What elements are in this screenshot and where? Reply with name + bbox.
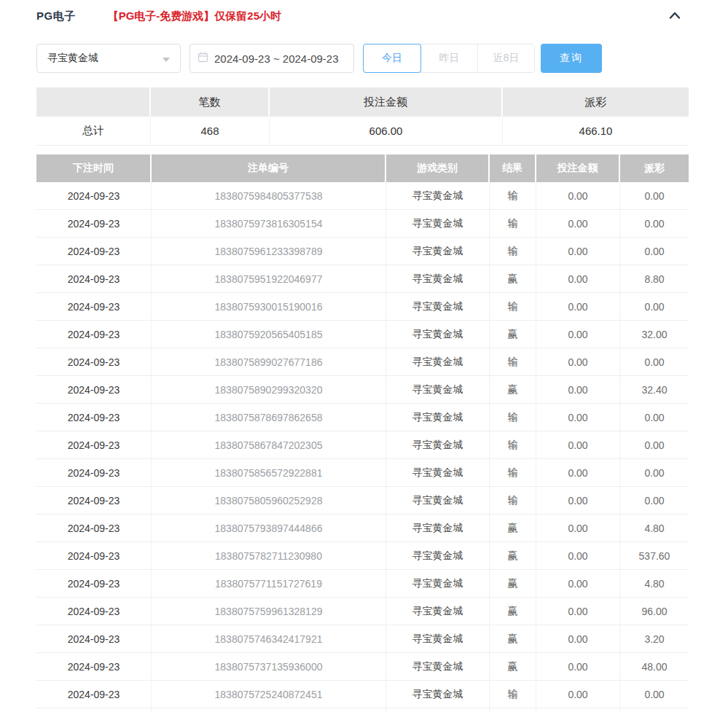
quick-filter-today[interactable]: 今日 — [363, 44, 421, 73]
cell-bet-id: 1838075867847202305 — [152, 431, 386, 459]
cell-bet-time: 2024-09-23 — [36, 182, 152, 210]
cell-payout: 32.40 — [620, 376, 689, 404]
cell-bet-id: 1838075793897444866 — [152, 515, 386, 542]
cell-game-type: 寻宝黄金城 — [386, 570, 490, 598]
cell-bet-amount: 0.00 — [536, 653, 620, 681]
cell-bet-id: 1838075737135936000 — [152, 653, 386, 681]
cell-bet-id: 1838075951922046977 — [152, 265, 386, 293]
cell-payout: 0.00 — [620, 182, 689, 210]
cell-result: 输 — [490, 238, 536, 265]
cell-bet-id: 1838075984805377538 — [152, 182, 386, 210]
cell-result: 赢 — [490, 708, 536, 712]
cell-bet-id: 1838075899027677186 — [152, 348, 386, 376]
col-header-payout: 派彩 — [620, 154, 689, 182]
col-header-bet-amount: 投注金额 — [536, 154, 620, 182]
cell-payout: 3.20 — [620, 625, 689, 653]
table-row: 2024-09-23 1838075867847202305 寻宝黄金城 输 0… — [36, 431, 689, 459]
cell-game-type: 寻宝黄金城 — [386, 542, 490, 570]
game-select[interactable]: 寻宝黄金城 — [36, 44, 181, 73]
cell-payout: 1.60 — [620, 708, 689, 712]
cell-bet-id: 1838075878697862658 — [152, 404, 386, 431]
cell-payout: 0.00 — [620, 404, 689, 431]
cell-bet-amount: 0.00 — [536, 625, 620, 653]
cell-payout: 537.60 — [620, 542, 689, 570]
col-header-game-type: 游戏类别 — [386, 154, 490, 182]
cell-bet-time: 2024-09-23 — [36, 653, 152, 681]
table-row: 2024-09-23 1838075725240872451 寻宝黄金城 输 0… — [36, 681, 689, 708]
cell-bet-amount: 0.00 — [536, 321, 620, 348]
cell-bet-amount: 0.00 — [536, 210, 620, 238]
cell-bet-amount: 0.00 — [536, 293, 620, 321]
cell-result: 赢 — [490, 542, 536, 570]
cell-bet-time: 2024-09-23 — [36, 708, 152, 712]
cell-bet-time: 2024-09-23 — [36, 238, 152, 265]
cell-result: 输 — [490, 459, 536, 487]
collapse-panel-button[interactable] — [665, 7, 684, 25]
cell-bet-amount: 0.00 — [536, 238, 620, 265]
cell-bet-amount: 0.00 — [536, 348, 620, 376]
cell-game-type: 寻宝黄金城 — [386, 238, 490, 265]
cell-bet-id: 1838075856572922881 — [152, 459, 386, 487]
summary-header-bet-amount: 投注金额 — [270, 87, 503, 117]
cell-payout: 0.00 — [620, 238, 689, 265]
cell-payout: 48.00 — [620, 653, 689, 681]
cell-bet-time: 2024-09-23 — [36, 598, 152, 625]
cell-result: 输 — [490, 404, 536, 431]
cell-bet-id: 1838075782711230980 — [152, 542, 386, 570]
cell-bet-time: 2024-09-23 — [36, 265, 152, 293]
cell-bet-id: 1838075759961328129 — [152, 598, 386, 625]
cell-bet-time: 2024-09-23 — [36, 348, 152, 376]
cell-game-type: 寻宝黄金城 — [386, 182, 490, 210]
cell-bet-time: 2024-09-23 — [36, 515, 152, 542]
cell-payout: 0.00 — [620, 459, 689, 487]
cell-bet-time: 2024-09-23 — [36, 404, 152, 431]
table-row: 2024-09-23 1838075899027677186 寻宝黄金城 输 0… — [36, 348, 689, 376]
cell-bet-amount: 0.00 — [536, 182, 620, 210]
summary-total-label: 总计 — [36, 117, 151, 146]
cell-game-type: 寻宝黄金城 — [386, 487, 490, 515]
cell-bet-time: 2024-09-23 — [36, 376, 152, 404]
cell-bet-time: 2024-09-23 — [36, 542, 152, 570]
cell-payout: 4.80 — [620, 570, 689, 598]
quick-filter-last8days[interactable]: 近8日 — [477, 44, 534, 72]
cell-bet-id: 1838075961233398789 — [152, 238, 386, 265]
summary-total-payout: 466.10 — [503, 117, 689, 146]
cell-bet-time: 2024-09-23 — [36, 293, 152, 321]
cell-result: 输 — [490, 431, 536, 459]
cell-payout: 0.00 — [620, 293, 689, 321]
cell-result: 输 — [490, 348, 536, 376]
table-row: 2024-09-23 1838075930015190016 寻宝黄金城 输 0… — [36, 293, 689, 321]
table-row: 2024-09-23 1838075746342417921 寻宝黄金城 赢 0… — [36, 625, 689, 653]
cell-bet-amount: 0.00 — [536, 681, 620, 708]
table-row: 2024-09-23 1838075890299320320 寻宝黄金城 赢 0… — [36, 376, 689, 404]
cell-result: 赢 — [490, 653, 536, 681]
quick-filter-yesterday[interactable]: 昨日 — [420, 44, 477, 72]
cell-bet-id: 1838075890299320320 — [152, 376, 386, 404]
table-row: 2024-09-23 1838075759961328129 寻宝黄金城 赢 0… — [36, 598, 689, 625]
summary-table: 笔数 投注金额 派彩 总计 468 606.00 466.10 — [36, 87, 689, 146]
cell-bet-amount: 0.00 — [536, 459, 620, 487]
table-row: 2024-09-23 1838075714909794057 寻宝黄金城 赢 0… — [36, 708, 689, 712]
retention-notice: 【PG电子-免费游戏】仅保留25小时 — [108, 9, 281, 23]
table-row: 2024-09-23 1838075961233398789 寻宝黄金城 输 0… — [36, 238, 689, 265]
date-range-input[interactable]: 2024-09-23 ~ 2024-09-23 — [189, 44, 354, 73]
table-row: 2024-09-23 1838075856572922881 寻宝黄金城 输 0… — [36, 459, 689, 487]
cell-bet-amount: 0.00 — [536, 598, 620, 625]
cell-bet-time: 2024-09-23 — [36, 570, 152, 598]
cell-result: 赢 — [490, 321, 536, 348]
quick-date-button-group: 今日 昨日 近8日 — [363, 44, 535, 73]
cell-bet-time: 2024-09-23 — [36, 210, 152, 238]
cell-bet-amount: 0.00 — [536, 515, 620, 542]
col-header-result: 结果 — [490, 154, 536, 182]
cell-game-type: 寻宝黄金城 — [386, 459, 490, 487]
search-button[interactable]: 查询 — [541, 44, 602, 73]
cell-game-type: 寻宝黄金城 — [386, 376, 490, 404]
cell-bet-id: 1838075930015190016 — [152, 293, 386, 321]
cell-bet-amount: 0.00 — [536, 265, 620, 293]
cell-bet-amount: 0.00 — [536, 542, 620, 570]
cell-result: 输 — [490, 681, 536, 708]
cell-result: 输 — [490, 210, 536, 238]
table-row: 2024-09-23 1838075951922046977 寻宝黄金城 赢 0… — [36, 265, 689, 293]
cell-result: 赢 — [490, 376, 536, 404]
summary-header-blank — [36, 87, 151, 117]
